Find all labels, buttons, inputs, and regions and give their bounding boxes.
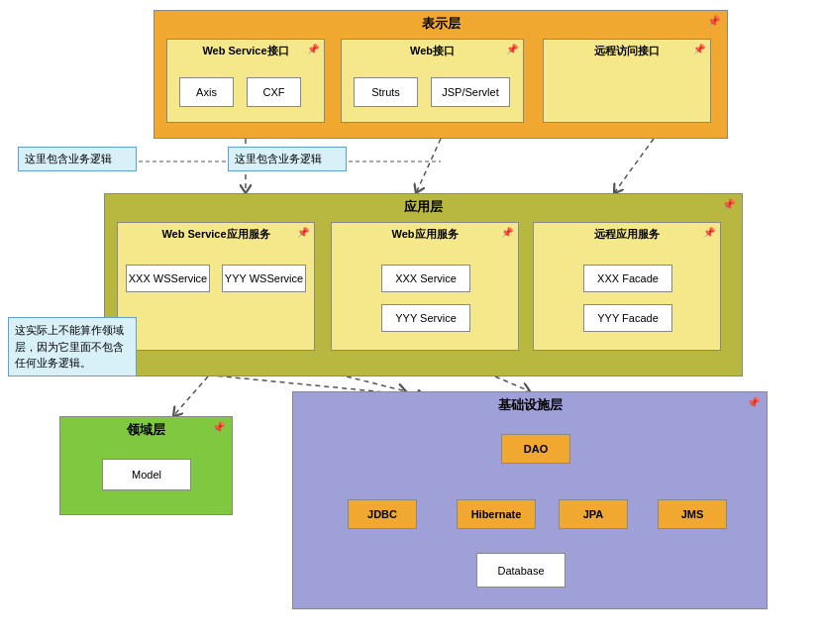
xxx-wsservice-box: XXX WSService xyxy=(126,265,210,292)
jsp-box: JSP/Servlet xyxy=(431,77,510,107)
struts-box: Struts xyxy=(354,77,418,107)
yyy-service-box: YYY Service xyxy=(381,304,470,332)
xxx-facade-box: XXX Facade xyxy=(583,265,672,292)
svg-line-6 xyxy=(495,376,530,391)
web-appservice-label: Web应用服务 xyxy=(391,227,458,242)
remote-appservice-label: 远程应用服务 xyxy=(594,227,660,242)
presentation-layer-icon: 📌 xyxy=(707,15,721,28)
presentation-layer-label: 表示层 xyxy=(422,15,461,33)
yyy-facade-box: YYY Facade xyxy=(583,304,672,332)
svg-line-5 xyxy=(347,376,406,391)
webservice-interface-label: Web Service接口 xyxy=(202,44,288,58)
web-appservice-box: Web应用服务 📌 XXX Service YYY Service xyxy=(331,222,519,351)
jdbc-box: JDBC xyxy=(348,499,417,529)
annotation-1: 这里包含业务逻辑 xyxy=(18,147,137,171)
domain-layer-icon: 📌 xyxy=(212,421,226,434)
application-layer: 应用层 📌 Web Service应用服务 📌 XXX WSService YY… xyxy=(104,193,743,376)
infrastructure-layer-icon: 📌 xyxy=(747,396,761,409)
model-box: Model xyxy=(102,459,191,490)
jms-box: JMS xyxy=(658,499,727,529)
remote-interface-label: 远程访问接口 xyxy=(594,44,660,58)
cxf-box: CXF xyxy=(247,77,301,107)
xxx-service-box: XXX Service xyxy=(381,265,470,292)
hibernate-box: Hibernate xyxy=(457,499,536,529)
web-interface-box: Web接口 📌 Struts JSP/Servlet xyxy=(341,39,524,123)
application-layer-label: 应用层 xyxy=(404,198,443,216)
diagram-container: 表示层 📌 Web Service接口 📌 Axis CXF Web接口 📌 S… xyxy=(0,0,822,644)
presentation-layer: 表示层 📌 Web Service接口 📌 Axis CXF Web接口 📌 S… xyxy=(154,10,728,139)
svg-line-4 xyxy=(173,376,208,416)
infrastructure-layer-label: 基础设施层 xyxy=(498,396,563,414)
web-interface-label: Web接口 xyxy=(410,44,455,58)
infrastructure-layer: 基础设施层 📌 DAO JDBC Hibernate JPA JMS Datab… xyxy=(292,391,768,609)
remote-interface-box: 远程访问接口 📌 xyxy=(543,39,711,123)
annotation-3: 这实际上不能算作领域 层，因为它里面不包含 任何业务逻辑。 xyxy=(8,317,137,376)
webservice-interface-box: Web Service接口 📌 Axis CXF xyxy=(166,39,325,123)
remote-appservice-box: 远程应用服务 📌 XXX Facade YYY Facade xyxy=(533,222,721,351)
database-box: Database xyxy=(476,553,565,588)
domain-layer-label: 领域层 xyxy=(127,421,165,439)
yyy-wsservice-box: YYY WSService xyxy=(222,265,306,292)
annotation-2: 这里包含业务逻辑 xyxy=(228,147,347,171)
ws-appservice-box: Web Service应用服务 📌 XXX WSService YYY WSSe… xyxy=(117,222,315,351)
jpa-box: JPA xyxy=(559,499,628,529)
svg-line-2 xyxy=(416,139,441,193)
axis-box: Axis xyxy=(179,77,234,107)
dao-box: DAO xyxy=(501,434,570,464)
domain-layer: 领域层 📌 Model xyxy=(59,416,233,515)
ws-appservice-label: Web Service应用服务 xyxy=(161,227,269,242)
application-layer-icon: 📌 xyxy=(722,198,736,211)
svg-line-3 xyxy=(614,139,654,193)
